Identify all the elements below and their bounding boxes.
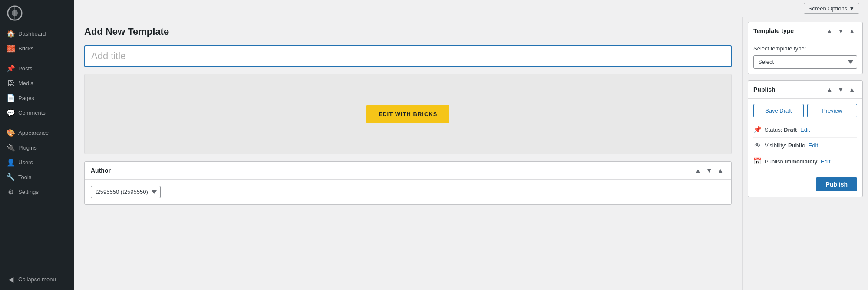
- editor-area: Add New Template EDIT WITH BRICKS Author…: [74, 17, 742, 290]
- edit-bricks-area: EDIT WITH BRICKS: [84, 74, 732, 154]
- status-label: Status: Draft Edit: [765, 127, 810, 133]
- template-type-collapse-down[interactable]: ▼: [835, 27, 846, 35]
- status-edit-link[interactable]: Edit: [800, 127, 810, 133]
- author-box-header: Author ▲ ▼ ▲: [85, 162, 731, 180]
- svg-point-1: [12, 10, 18, 16]
- author-box-body: t2595550 (t2595550): [85, 180, 731, 204]
- publish-btn-row: Publish: [753, 173, 857, 191]
- publish-panel-collapse-down[interactable]: ▼: [835, 85, 846, 94]
- comments-icon: 💬: [7, 109, 15, 117]
- collapse-menu-button[interactable]: ◀ Collapse menu: [0, 272, 74, 287]
- sidebar-item-label: Users: [18, 159, 33, 166]
- publish-panel-title: Publish: [753, 86, 824, 93]
- topbar: Screen Options ▼: [74, 0, 868, 17]
- visibility-row: 👁 Visibility: Public Edit: [753, 140, 857, 151]
- posts-icon: 📌: [7, 64, 15, 72]
- visibility-label: Visibility: Public Edit: [765, 142, 818, 149]
- collapse-menu-label: Collapse menu: [18, 276, 56, 283]
- calendar-icon: 📅: [753, 157, 761, 165]
- status-value: Draft: [784, 127, 797, 133]
- sidebar-nav: 🏠 Dashboard 🧱 Bricks 📌 Posts 🖼 Media 📄 P…: [0, 26, 74, 199]
- sidebar-item-posts[interactable]: 📌 Posts: [0, 61, 74, 76]
- author-meta-box: Author ▲ ▼ ▲ t2595550 (t2595550): [84, 161, 732, 205]
- screen-options-label: Screen Options: [809, 5, 848, 12]
- publish-btn-label: Publish: [825, 181, 848, 188]
- preview-button[interactable]: Preview: [807, 104, 858, 117]
- wordpress-icon: [7, 5, 23, 21]
- template-type-panel-title: Template type: [753, 27, 824, 34]
- sidebar-item-label: Settings: [18, 189, 39, 195]
- template-type-panel-header: Template type ▲ ▼ ▲: [748, 22, 862, 40]
- page-title: Add New Template: [84, 26, 732, 37]
- edit-with-bricks-button[interactable]: EDIT WITH BRICKS: [366, 105, 450, 123]
- dashboard-icon: 🏠: [7, 30, 15, 37]
- template-type-panel-body: Select template type: Select Header Foot…: [748, 40, 862, 74]
- sidebar-item-label: Appearance: [18, 130, 49, 136]
- sidebar-item-dashboard[interactable]: 🏠 Dashboard: [0, 26, 74, 41]
- plugins-icon: 🔌: [7, 143, 15, 151]
- template-type-collapse-up[interactable]: ▲: [824, 27, 835, 35]
- publish-panel-header: Publish ▲ ▼ ▲: [748, 81, 862, 99]
- collapse-icon: ◀: [7, 275, 15, 283]
- author-box-controls: ▲ ▼ ▲: [693, 166, 725, 175]
- sidebar-item-comments[interactable]: 💬 Comments: [0, 105, 74, 120]
- publish-button[interactable]: Publish: [816, 177, 857, 191]
- pages-icon: 📄: [7, 94, 15, 102]
- author-box-collapse-down[interactable]: ▼: [704, 166, 714, 175]
- visibility-edit-link[interactable]: Edit: [809, 142, 818, 149]
- template-type-toggle[interactable]: ▲: [847, 27, 857, 35]
- sidebar-item-bricks[interactable]: 🧱 Bricks: [0, 41, 74, 56]
- publish-actions: Save Draft Preview: [753, 104, 857, 117]
- preview-label: Preview: [822, 107, 842, 114]
- author-box-collapse-up[interactable]: ▲: [693, 166, 703, 175]
- save-draft-label: Save Draft: [765, 107, 792, 114]
- status-row: 📌 Status: Draft Edit: [753, 123, 857, 136]
- template-type-select[interactable]: Select Header Footer Section Content Sin…: [753, 55, 857, 69]
- bricks-icon: 🧱: [7, 44, 15, 52]
- tools-icon: 🔧: [7, 173, 15, 181]
- sidebar-bottom: ◀ Collapse menu: [0, 268, 74, 290]
- sidebar-item-media[interactable]: 🖼 Media: [0, 76, 74, 90]
- publish-time-row: 📅 Publish immediately Edit: [753, 155, 857, 167]
- screen-options-button[interactable]: Screen Options ▼: [804, 3, 859, 14]
- title-input[interactable]: [84, 45, 732, 67]
- sidebar-item-label: Tools: [18, 174, 31, 180]
- author-box-title: Author: [91, 167, 690, 174]
- publish-panel-toggle[interactable]: ▲: [847, 85, 857, 94]
- sidebar-item-settings[interactable]: ⚙ Settings: [0, 184, 74, 199]
- sidebar-item-label: Pages: [18, 95, 34, 101]
- author-box-toggle[interactable]: ▲: [716, 166, 725, 175]
- template-type-panel-controls: ▲ ▼ ▲: [824, 27, 857, 35]
- publish-panel-body: Save Draft Preview 📌 Status: Draft Edit: [748, 99, 862, 197]
- publish-time-value: immediately: [785, 158, 817, 165]
- visibility-icon: 👁: [753, 142, 761, 149]
- media-icon: 🖼: [7, 79, 15, 87]
- users-icon: 👤: [7, 158, 15, 166]
- sidebar-logo: [0, 0, 74, 26]
- sidebar-item-pages[interactable]: 📄 Pages: [0, 90, 74, 105]
- sidebar-item-plugins[interactable]: 🔌 Plugins: [0, 140, 74, 155]
- status-icon: 📌: [753, 126, 761, 133]
- publish-panel-controls: ▲ ▼ ▲: [824, 85, 857, 94]
- edit-bricks-label: EDIT WITH BRICKS: [379, 111, 438, 117]
- publish-panel: Publish ▲ ▼ ▲ Save Draft Preview: [748, 80, 863, 197]
- save-draft-button[interactable]: Save Draft: [753, 104, 804, 117]
- sidebar-item-label: Comments: [18, 110, 46, 116]
- sidebar-item-users[interactable]: 👤 Users: [0, 155, 74, 170]
- sidebar-item-appearance[interactable]: 🎨 Appearance: [0, 125, 74, 140]
- sidebar-item-label: Dashboard: [18, 30, 46, 37]
- sidebar-item-tools[interactable]: 🔧 Tools: [0, 170, 74, 184]
- publish-time-edit-link[interactable]: Edit: [821, 158, 830, 165]
- publish-panel-collapse-up[interactable]: ▲: [824, 85, 835, 94]
- visibility-value: Public: [788, 142, 805, 149]
- author-select[interactable]: t2595550 (t2595550): [91, 186, 161, 198]
- template-type-select-label: Select template type:: [753, 45, 857, 52]
- content-area: Add New Template EDIT WITH BRICKS Author…: [74, 17, 868, 290]
- sidebar-item-label: Plugins: [18, 144, 37, 151]
- sidebar: 🏠 Dashboard 🧱 Bricks 📌 Posts 🖼 Media 📄 P…: [0, 0, 74, 290]
- sidebar-item-label: Bricks: [18, 45, 33, 52]
- chevron-down-icon: ▼: [849, 5, 855, 12]
- main-content: Screen Options ▼ Add New Template EDIT W…: [74, 0, 868, 290]
- sidebar-item-label: Posts: [18, 65, 33, 72]
- sidebar-item-label: Media: [18, 80, 33, 87]
